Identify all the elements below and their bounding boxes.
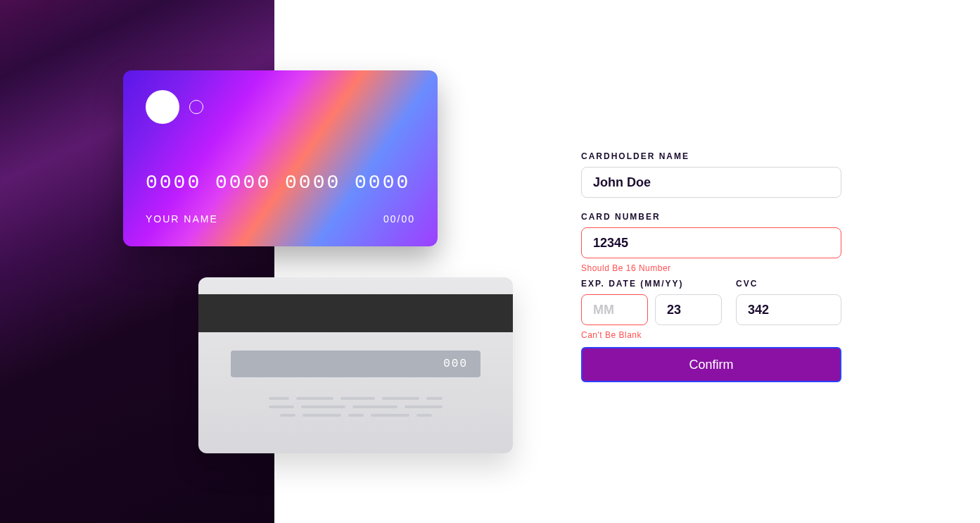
card-logo bbox=[146, 90, 415, 124]
card-number-display: 0000 0000 0000 0000 bbox=[146, 172, 415, 194]
credit-card-back: 000 bbox=[198, 277, 513, 453]
cardholder-group: CARDHOLDER NAME bbox=[581, 151, 841, 198]
signature-strip: 000 bbox=[231, 351, 481, 377]
cardholder-name-input[interactable] bbox=[581, 167, 841, 198]
cvc-group: CVC bbox=[736, 279, 841, 340]
credit-card-front: 0000 0000 0000 0000 YOUR NAME 00/00 bbox=[123, 70, 438, 246]
cardnumber-error: Should Be 16 Number bbox=[581, 263, 841, 273]
exp-error: Can't Be Blank bbox=[581, 330, 722, 340]
card-cvc-display: 000 bbox=[443, 358, 468, 370]
magnetic-stripe bbox=[198, 294, 513, 332]
cvc-label: CVC bbox=[736, 279, 841, 289]
card-bottom-row: YOUR NAME 00/00 bbox=[146, 213, 415, 225]
card-expiry-display: 00/00 bbox=[383, 213, 415, 225]
cardholder-label: CARDHOLDER NAME bbox=[581, 151, 841, 161]
cvc-input[interactable] bbox=[736, 294, 841, 325]
exp-year-input[interactable] bbox=[655, 294, 722, 325]
card-number-input[interactable] bbox=[581, 227, 841, 258]
card-back-decor bbox=[269, 397, 443, 417]
exp-cvc-row: EXP. DATE (MM/YY) Can't Be Blank CVC bbox=[581, 279, 841, 340]
card-name-display: YOUR NAME bbox=[146, 213, 218, 225]
exp-month-input[interactable] bbox=[581, 294, 648, 325]
cardnumber-label: CARD NUMBER bbox=[581, 212, 841, 222]
exp-label: EXP. DATE (MM/YY) bbox=[581, 279, 722, 289]
card-logo-circle-large bbox=[146, 90, 179, 124]
card-logo-circle-small bbox=[189, 100, 203, 114]
cardnumber-group: CARD NUMBER Should Be 16 Number bbox=[581, 212, 841, 273]
payment-form: CARDHOLDER NAME CARD NUMBER Should Be 16… bbox=[581, 151, 841, 382]
exp-group: EXP. DATE (MM/YY) Can't Be Blank bbox=[581, 279, 722, 340]
confirm-button[interactable]: Confirm bbox=[581, 347, 841, 382]
